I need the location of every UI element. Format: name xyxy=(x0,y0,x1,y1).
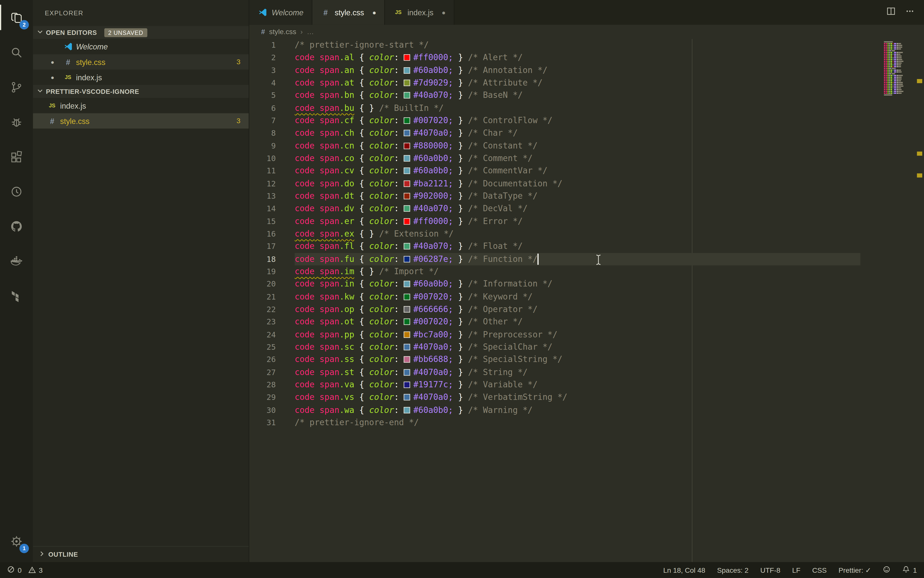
color-swatch[interactable] xyxy=(404,218,410,224)
code-line-20[interactable]: 20code span.in { color: #60a0b0; } /* In… xyxy=(249,278,924,291)
tab-style.css[interactable]: #style.css● xyxy=(312,0,385,25)
status-eol[interactable]: LF xyxy=(792,566,800,574)
color-swatch[interactable] xyxy=(404,180,410,187)
activity-source-control-button[interactable] xyxy=(0,70,33,104)
editor-body[interactable]: 1/* prettier-ignore-start */2code span.a… xyxy=(249,39,924,562)
code-line-27[interactable]: 27code span.st { color: #4070a0; } /* St… xyxy=(249,366,924,378)
activity-search-button[interactable] xyxy=(0,35,33,70)
activity-explorer-button[interactable]: 2 xyxy=(0,0,33,35)
more-actions-icon[interactable] xyxy=(905,6,915,18)
status-indentation[interactable]: Spaces: 2 xyxy=(717,566,749,574)
code-line-6[interactable]: 6code span.bu { } /* BuiltIn */ xyxy=(249,102,924,114)
outline-section-header[interactable]: OUTLINE xyxy=(33,546,249,562)
status-language-mode[interactable]: CSS xyxy=(812,566,827,574)
color-swatch[interactable] xyxy=(404,394,410,401)
file-item-index.js[interactable]: JSindex.js xyxy=(33,98,249,113)
color-swatch[interactable] xyxy=(404,243,410,250)
color-swatch[interactable] xyxy=(404,294,410,300)
css-file-icon: # xyxy=(261,28,265,36)
code-line-10[interactable]: 10code span.co { color: #60a0b0; } /* Co… xyxy=(249,152,924,164)
tab-Welcome[interactable]: Welcome xyxy=(249,0,312,25)
code-line-21[interactable]: 21code span.kw { color: #007020; } /* Ke… xyxy=(249,291,924,303)
code-line-25[interactable]: 25code span.sc { color: #4070a0; } /* Sp… xyxy=(249,341,924,353)
file-item-style.css[interactable]: ●#style.css3 xyxy=(33,54,249,70)
minimap-segment xyxy=(888,55,888,57)
modified-dot[interactable]: ● xyxy=(442,9,446,16)
color-swatch[interactable] xyxy=(404,382,410,388)
code-line-2[interactable]: 2code span.al { color: #ff0000; } /* Ale… xyxy=(249,52,924,64)
color-swatch[interactable] xyxy=(404,143,410,149)
code-line-29[interactable]: 29code span.vs { color: #4070a0; } /* Ve… xyxy=(249,391,924,404)
color-swatch[interactable] xyxy=(404,407,410,413)
activity-extensions-button[interactable] xyxy=(0,139,33,174)
file-item-Welcome[interactable]: Welcome xyxy=(33,39,249,54)
breadcrumb[interactable]: # style.css › … xyxy=(249,25,924,39)
minimap-segment xyxy=(898,49,901,50)
code-line-11[interactable]: 11code span.cv { color: #60a0b0; } /* Co… xyxy=(249,165,924,177)
color-swatch[interactable] xyxy=(404,167,410,174)
color-swatch[interactable] xyxy=(404,130,410,136)
activity-terraform-button[interactable] xyxy=(0,278,33,313)
color-swatch[interactable] xyxy=(404,92,410,99)
code-line-5[interactable]: 5code span.bn { color: #40a070; } /* Bas… xyxy=(249,89,924,102)
color-swatch[interactable] xyxy=(404,67,410,73)
minimap[interactable] xyxy=(884,41,911,96)
code-line-3[interactable]: 3code span.an { color: #60a0b0; } /* Ann… xyxy=(249,64,924,76)
color-swatch[interactable] xyxy=(404,281,410,287)
color-swatch[interactable] xyxy=(404,80,410,86)
code-line-1[interactable]: 1/* prettier-ignore-start */ xyxy=(249,39,924,52)
code-line-15[interactable]: 15code span.er { color: #ff0000; } /* Er… xyxy=(249,215,924,227)
activity-run-debug-button[interactable] xyxy=(0,104,33,139)
status-feedback[interactable] xyxy=(883,565,891,575)
problems-button[interactable]: 03 xyxy=(7,565,43,575)
color-swatch[interactable] xyxy=(404,344,410,350)
breadcrumb-file[interactable]: style.css xyxy=(269,28,296,36)
code-area[interactable]: 1/* prettier-ignore-start */2code span.a… xyxy=(249,39,924,429)
color-swatch[interactable] xyxy=(404,306,410,313)
status-encoding[interactable]: UTF-8 xyxy=(760,566,780,574)
status-notifications[interactable]: 1 xyxy=(903,565,917,575)
code-line-28[interactable]: 28code span.va { color: #19177c; } /* Va… xyxy=(249,378,924,391)
code-line-8[interactable]: 8code span.ch { color: #4070a0; } /* Cha… xyxy=(249,127,924,140)
color-swatch[interactable] xyxy=(404,369,410,375)
color-swatch[interactable] xyxy=(404,117,410,124)
code-line-30[interactable]: 30code span.wa { color: #60a0b0; } /* Wa… xyxy=(249,404,924,416)
code-line-4[interactable]: 4code span.at { color: #7d9029; } /* Att… xyxy=(249,77,924,89)
code-line-16[interactable]: 16code span.ex { } /* Extension */ xyxy=(249,227,924,240)
color-swatch[interactable] xyxy=(404,256,410,262)
code-line-14[interactable]: 14code span.dv { color: #40a070; } /* De… xyxy=(249,203,924,215)
code-line-23[interactable]: 23code span.ot { color: #007020; } /* Ot… xyxy=(249,316,924,328)
activity-github-button[interactable] xyxy=(0,209,33,244)
activity-manage-button[interactable]: 1 xyxy=(0,524,33,559)
tab-index.js[interactable]: JSindex.js● xyxy=(385,0,455,25)
activity-clock-button[interactable] xyxy=(0,174,33,209)
color-swatch[interactable] xyxy=(404,54,410,61)
code-line-24[interactable]: 24code span.pp { color: #bc7a00; } /* Pr… xyxy=(249,328,924,341)
file-item-index.js[interactable]: ●JSindex.js xyxy=(33,70,249,85)
code-line-18[interactable]: 18code span.fu { color: #06287e; } /* Fu… xyxy=(249,253,924,265)
activity-docker-button[interactable] xyxy=(0,244,33,278)
code-line-19[interactable]: 19code span.im { } /* Import */ xyxy=(249,265,924,278)
color-swatch[interactable] xyxy=(404,331,410,338)
status-cursor-position[interactable]: Ln 18, Col 48 xyxy=(663,566,706,574)
breadcrumb-more[interactable]: … xyxy=(307,28,314,36)
color-swatch[interactable] xyxy=(404,318,410,325)
code-line-12[interactable]: 12code span.do { color: #ba2121; } /* Do… xyxy=(249,177,924,190)
status-prettier-status[interactable]: Prettier: ✓ xyxy=(838,566,871,574)
code-line-13[interactable]: 13code span.dt { color: #902000; } /* Da… xyxy=(249,190,924,203)
file-item-style.css[interactable]: #style.css3 xyxy=(33,113,249,128)
code-line-31[interactable]: 31/* prettier-ignore-end */ xyxy=(249,416,924,429)
color-swatch[interactable] xyxy=(404,356,410,363)
code-line-7[interactable]: 7code span.cf { color: #007020; } /* Con… xyxy=(249,114,924,127)
split-editor-icon[interactable] xyxy=(887,6,896,18)
code-line-17[interactable]: 17code span.fl { color: #40a070; } /* Fl… xyxy=(249,240,924,253)
code-line-26[interactable]: 26code span.ss { color: #bb6688; } /* Sp… xyxy=(249,354,924,366)
color-swatch[interactable] xyxy=(404,193,410,200)
code-line-9[interactable]: 9code span.cn { color: #880000; } /* Con… xyxy=(249,140,924,152)
modified-dot[interactable]: ● xyxy=(372,9,376,16)
color-swatch[interactable] xyxy=(404,205,410,212)
color-swatch[interactable] xyxy=(404,155,410,162)
code-line-22[interactable]: 22code span.op { color: #666666; } /* Op… xyxy=(249,303,924,316)
folder-section-header[interactable]: PRETTIER-VSCODE-IGNORE xyxy=(33,85,249,98)
open-editors-header[interactable]: OPEN EDITORS 2 UNSAVED xyxy=(33,26,249,39)
